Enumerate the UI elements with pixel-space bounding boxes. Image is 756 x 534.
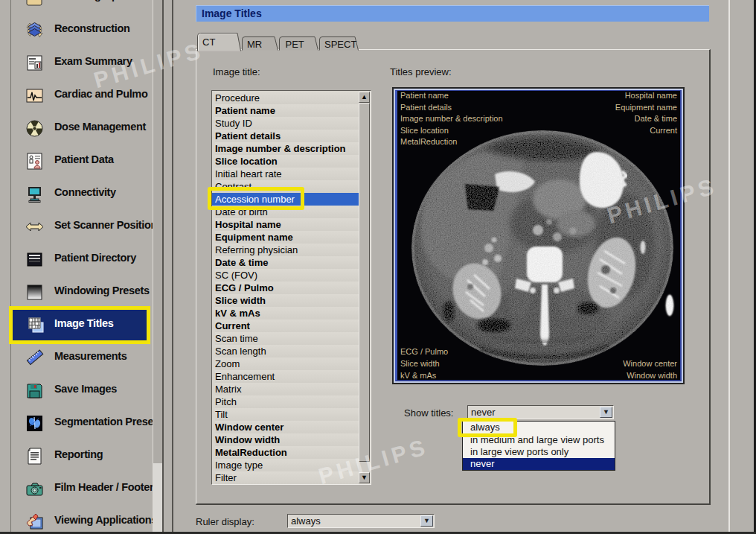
svg-text:SPECT: SPECT <box>324 39 356 50</box>
svg-text:CT: CT <box>202 36 215 48</box>
svg-text:MR: MR <box>247 39 262 50</box>
svg-text:PET: PET <box>286 39 304 50</box>
